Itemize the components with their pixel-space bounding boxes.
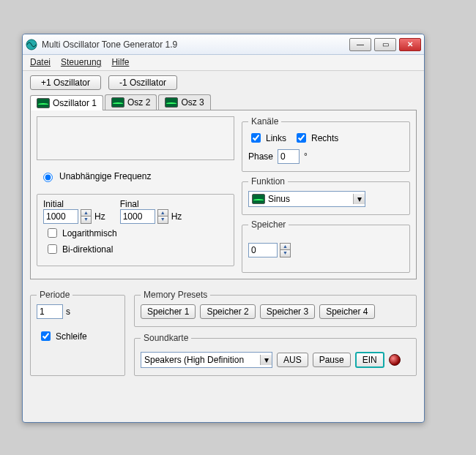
- periode-group: Periode s Schleife: [30, 290, 125, 376]
- tab-osz-1[interactable]: Oszillator 1: [30, 95, 103, 110]
- soundcard-value: Speakers (High Definition: [144, 355, 244, 365]
- phase-unit: °: [304, 151, 308, 162]
- chevron-down-icon[interactable]: ▾: [353, 194, 365, 204]
- close-button[interactable]: ✕: [399, 38, 421, 51]
- preset-1-button[interactable]: Speicher 1: [141, 304, 196, 319]
- waveform-display: [37, 116, 234, 160]
- logarithmic-check[interactable]: Logarithmisch: [45, 226, 228, 240]
- presets-group: Memory Presets Speicher 1 Speicher 2 Spe…: [134, 290, 417, 327]
- freq-final-spinner[interactable]: ▲▼: [157, 209, 168, 224]
- app-icon: [26, 39, 37, 50]
- freq-unit: Hz: [171, 211, 182, 222]
- on-button[interactable]: EIN: [355, 352, 384, 368]
- logarithmic-label: Logarithmisch: [62, 228, 117, 238]
- titlebar: Multi Oscillator Tone Generator 1.9 — ▭ …: [23, 34, 424, 55]
- menu-control[interactable]: Steuerung: [61, 57, 101, 68]
- preset-3-button[interactable]: Speicher 3: [260, 304, 315, 319]
- soundcard-legend: Soundkarte: [141, 333, 191, 343]
- off-button[interactable]: AUS: [277, 353, 308, 367]
- independent-freq-input[interactable]: [43, 173, 53, 182]
- soundcard-combo[interactable]: Speakers (High Definition ▾: [141, 352, 272, 368]
- function-group: Funktion Sinus ▾: [242, 176, 410, 215]
- logarithmic-input[interactable]: [48, 228, 57, 238]
- soundcard-group: Soundkarte Speakers (High Definition ▾ A…: [134, 333, 417, 376]
- loop-check[interactable]: Schleife: [38, 329, 119, 343]
- links-input[interactable]: [251, 133, 261, 143]
- links-label: Links: [266, 133, 286, 143]
- window-buttons: — ▭ ✕: [349, 38, 421, 51]
- rechts-input[interactable]: [297, 133, 306, 143]
- periode-unit: s: [66, 307, 70, 317]
- periode-legend: Periode: [37, 290, 72, 300]
- preset-4-button[interactable]: Speicher 4: [319, 304, 374, 319]
- freq-initial-input[interactable]: [43, 209, 78, 224]
- final-label: Final: [120, 199, 182, 209]
- links-check[interactable]: Links: [248, 131, 286, 145]
- wave-icon: [165, 97, 178, 108]
- phase-label: Phase: [248, 151, 273, 162]
- presets-legend: Memory Presets: [141, 290, 210, 300]
- independent-freq-label: Unabhängige Frequenz: [59, 171, 151, 181]
- menu-file[interactable]: Datei: [30, 57, 51, 68]
- wave-icon: [37, 98, 50, 108]
- maximize-button[interactable]: ▭: [374, 38, 396, 51]
- remove-oscillator-button[interactable]: -1 Oszillator: [108, 75, 177, 90]
- independent-freq-radio[interactable]: Unabhängige Frequenz: [40, 170, 234, 182]
- menu-help[interactable]: Hilfe: [111, 57, 129, 68]
- wave-icon: [252, 194, 265, 204]
- function-legend: Funktion: [248, 176, 288, 187]
- bidirectional-label: Bi-direktional: [62, 244, 113, 255]
- oscillator-tabs: Oszillator 1 Osz 2 Osz 3: [30, 94, 417, 110]
- tab-osz-3[interactable]: Osz 3: [158, 94, 210, 110]
- function-value: Sinus: [268, 194, 290, 204]
- tab-osz-2[interactable]: Osz 2: [105, 94, 157, 110]
- freq-unit: Hz: [94, 211, 105, 222]
- oscillator-panel: Unabhängige Frequenz Initial ▲▼ Hz: [30, 110, 417, 279]
- frequency-group: Initial ▲▼ Hz Final ▲▼: [37, 194, 234, 266]
- channels-group: Kanäle Links Rechts Phase: [242, 116, 410, 172]
- freq-initial-spinner[interactable]: ▲▼: [81, 209, 92, 224]
- tab-label: Oszillator 1: [53, 98, 97, 108]
- loop-label: Schleife: [56, 331, 87, 342]
- freq-final-input[interactable]: [120, 209, 155, 224]
- tab-label: Osz 3: [181, 97, 204, 108]
- tab-label: Osz 2: [127, 97, 150, 108]
- menubar: Datei Steuerung Hilfe: [23, 55, 424, 71]
- add-oscillator-button[interactable]: +1 Oszillator: [30, 75, 101, 90]
- preset-2-button[interactable]: Speicher 2: [200, 304, 255, 319]
- app-window: Multi Oscillator Tone Generator 1.9 — ▭ …: [22, 34, 425, 423]
- rechts-check[interactable]: Rechts: [294, 131, 338, 145]
- wave-icon: [111, 97, 124, 108]
- storage-group: Speicher ▲▼: [242, 219, 410, 273]
- bidirectional-input[interactable]: [48, 244, 57, 254]
- window-body: +1 Oszillator -1 Oszillator Oszillator 1…: [23, 71, 424, 383]
- storage-spinner[interactable]: ▲▼: [280, 243, 291, 257]
- initial-label: Initial: [43, 199, 105, 209]
- loop-input[interactable]: [41, 331, 51, 341]
- minimize-button[interactable]: —: [349, 38, 371, 51]
- storage-input[interactable]: [248, 243, 278, 257]
- storage-legend: Speicher: [248, 219, 289, 230]
- rechts-label: Rechts: [311, 133, 338, 143]
- window-title: Multi Oscillator Tone Generator 1.9: [42, 40, 349, 50]
- bidirectional-check[interactable]: Bi-direktional: [45, 242, 228, 256]
- phase-input[interactable]: [278, 149, 300, 164]
- pause-button[interactable]: Pause: [313, 353, 351, 367]
- power-led-icon: [389, 354, 401, 366]
- periode-input[interactable]: [37, 304, 63, 319]
- chevron-down-icon[interactable]: ▾: [260, 355, 272, 365]
- channels-legend: Kanäle: [248, 116, 281, 127]
- function-combo[interactable]: Sinus ▾: [248, 191, 365, 207]
